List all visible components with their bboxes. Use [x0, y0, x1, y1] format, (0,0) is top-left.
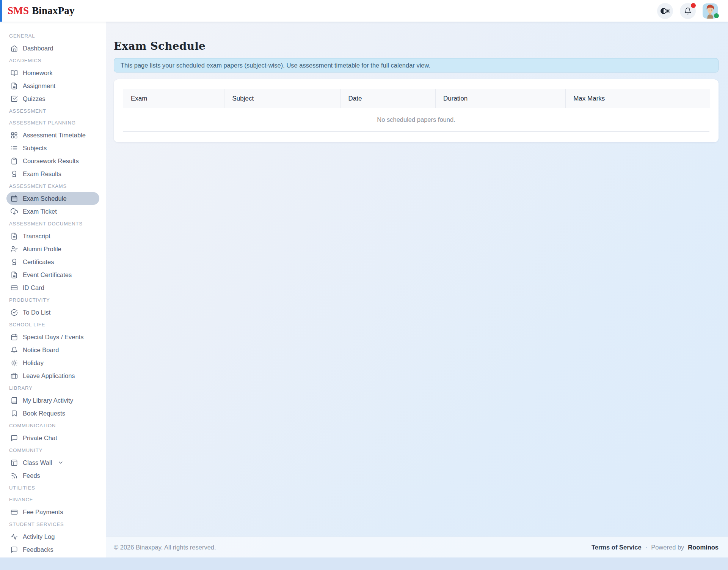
table-empty-row: No scheduled papers found. [123, 108, 709, 132]
main-area: Exam Schedule This page lists your sched… [106, 22, 728, 557]
sidebar-item-special-days-events[interactable]: Special Days / Events [0, 331, 106, 343]
message-square-icon [11, 435, 18, 442]
sidebar-item-exam-schedule[interactable]: Exam Schedule [6, 192, 99, 205]
profile-avatar[interactable] [703, 3, 718, 19]
sidebar-item-feeds[interactable]: Feeds [0, 469, 106, 482]
sidebar-item-label: Quizzes [23, 95, 46, 102]
column-header-date: Date [340, 89, 435, 108]
briefcase-icon [11, 372, 18, 379]
header-controls [657, 3, 718, 19]
sidebar-item-label: Subjects [23, 145, 47, 152]
sidebar-item-label: Leave Applications [23, 372, 75, 379]
sidebar-item-activity-log[interactable]: Activity Log [0, 530, 106, 543]
sidebar: GENERALDashboardACADEMICSHomeworkAssignm… [0, 22, 106, 557]
page-title: Exam Schedule [114, 40, 719, 53]
terms-of-service-link[interactable]: Terms of Service [592, 544, 642, 551]
column-header-duration: Duration [435, 89, 565, 108]
sidebar-item-label: ID Card [23, 284, 44, 291]
calendar-icon [11, 334, 18, 341]
sidebar-item-class-wall[interactable]: Class Wall [0, 456, 106, 469]
sidebar-item-label: Book Requests [23, 410, 65, 417]
award-icon [11, 170, 18, 178]
sidebar-item-assignment[interactable]: Assignment [0, 79, 106, 92]
exam-schedule-table: ExamSubjectDateDurationMax Marks No sche… [123, 89, 709, 132]
calendar-icon [11, 195, 18, 202]
sidebar-item-subjects[interactable]: Subjects [0, 142, 106, 154]
sidebar-item-label: My Library Activity [23, 397, 73, 404]
sidebar-section-assessment-exams: ASSESSMENT EXAMS [0, 180, 106, 192]
sidebar-item-label: Certificates [23, 258, 54, 266]
sidebar-item-feedbacks[interactable]: Feedbacks [0, 543, 106, 556]
sidebar-item-label: Event Certificates [23, 271, 72, 279]
credit-card-icon [11, 509, 18, 516]
sidebar-item-homework[interactable]: Homework [0, 66, 106, 79]
sidebar-item-label: Alumni Profile [23, 246, 61, 253]
page-content: Exam Schedule This page lists your sched… [106, 22, 728, 537]
copyright-text: © 2026 Binaxpay. All rights reserved. [114, 544, 216, 551]
sidebar-item-label: Exam Schedule [23, 195, 67, 202]
sidebar-section-communication: COMMUNICATION [0, 420, 106, 431]
rss-icon [11, 472, 18, 479]
sidebar-item-private-chat[interactable]: Private Chat [0, 431, 106, 444]
sidebar-item-label: Homework [23, 69, 53, 77]
sidebar-item-exam-results[interactable]: Exam Results [0, 167, 106, 180]
bell-icon [684, 7, 692, 15]
sidebar-item-coursework-results[interactable]: Coursework Results [0, 154, 106, 167]
message-square-icon [11, 546, 18, 553]
sidebar-section-assessment-documents: ASSESSMENT DOCUMENTS [0, 218, 106, 230]
credit-card-icon [11, 284, 18, 291]
page-footer: © 2026 Binaxpay. All rights reserved. Te… [106, 537, 728, 557]
sidebar-item-label: Fee Payments [23, 509, 63, 516]
sidebar-item-exam-ticket[interactable]: Exam Ticket [0, 205, 106, 218]
sidebar-section-library: LIBRARY [0, 382, 106, 394]
sidebar-item-label: Activity Log [23, 533, 55, 540]
sidebar-item-transcript[interactable]: Transcript [0, 230, 106, 242]
powered-by-text: Powered by [651, 544, 684, 551]
info-banner: This page lists your scheduled exam pape… [114, 58, 719, 72]
theme-toggle-button[interactable] [657, 3, 673, 19]
sidebar-item-event-certificates[interactable]: Event Certificates [0, 268, 106, 281]
sidebar-item-book-requests[interactable]: Book Requests [0, 407, 106, 420]
sidebar-item-label: Dashboard [23, 45, 53, 52]
sidebar-section-productivity: PRODUCTIVITY [0, 294, 106, 306]
online-status-dot [714, 13, 719, 18]
sun-icon [11, 359, 18, 367]
logo-sms-text: SMS [8, 5, 29, 16]
column-header-max-marks: Max Marks [566, 89, 709, 108]
sidebar-item-label: Assignment [23, 82, 55, 90]
sidebar-item-label: Exam Ticket [23, 208, 57, 215]
sidebar-item-quizzes[interactable]: Quizzes [0, 92, 106, 105]
sidebar-nav: GENERALDashboardACADEMICSHomeworkAssignm… [0, 30, 106, 556]
sidebar-section-assessment: ASSESSMENT [0, 105, 106, 117]
sidebar-item-to-do-list[interactable]: To Do List [0, 306, 106, 319]
info-banner-text: This page lists your scheduled exam pape… [121, 62, 430, 69]
sidebar-item-label: Holiday [23, 359, 44, 367]
header-accent-bar [0, 0, 2, 22]
sidebar-item-label: Class Wall [23, 459, 52, 466]
sidebar-item-alumni-profile[interactable]: Alumni Profile [0, 242, 106, 255]
notification-badge-dot [691, 3, 696, 8]
vendor-link[interactable]: Roominos [688, 544, 719, 551]
sidebar-item-fee-payments[interactable]: Fee Payments [0, 505, 106, 518]
grid-icon [11, 132, 18, 139]
footer-links: Terms of Service · Powered by Roominos [592, 544, 719, 551]
notifications-button[interactable] [680, 3, 696, 19]
sidebar-item-leave-applications[interactable]: Leave Applications [0, 369, 106, 382]
sidebar-item-my-library-activity[interactable]: My Library Activity [0, 394, 106, 407]
sidebar-item-id-card[interactable]: ID Card [0, 281, 106, 294]
sidebar-item-certificates[interactable]: Certificates [0, 255, 106, 268]
file-text-icon [11, 233, 18, 240]
app-logo[interactable]: SMSBinaxPay [8, 5, 75, 17]
sidebar-item-holiday[interactable]: Holiday [0, 356, 106, 369]
sidebar-item-label: Private Chat [23, 435, 57, 442]
sidebar-section-community: COMMUNITY [0, 444, 106, 456]
sidebar-item-label: Exam Results [23, 170, 61, 178]
check-circle-icon [11, 309, 18, 316]
sidebar-item-notice-board[interactable]: Notice Board [0, 343, 106, 356]
sidebar-item-label: Feedbacks [23, 546, 53, 553]
sidebar-item-dashboard[interactable]: Dashboard [0, 42, 106, 55]
bell-icon [11, 346, 18, 354]
sidebar-item-assessment-timetable[interactable]: Assessment Timetable [0, 129, 106, 142]
bookmark-icon [11, 410, 18, 417]
sidebar-item-label: Transcript [23, 233, 50, 240]
